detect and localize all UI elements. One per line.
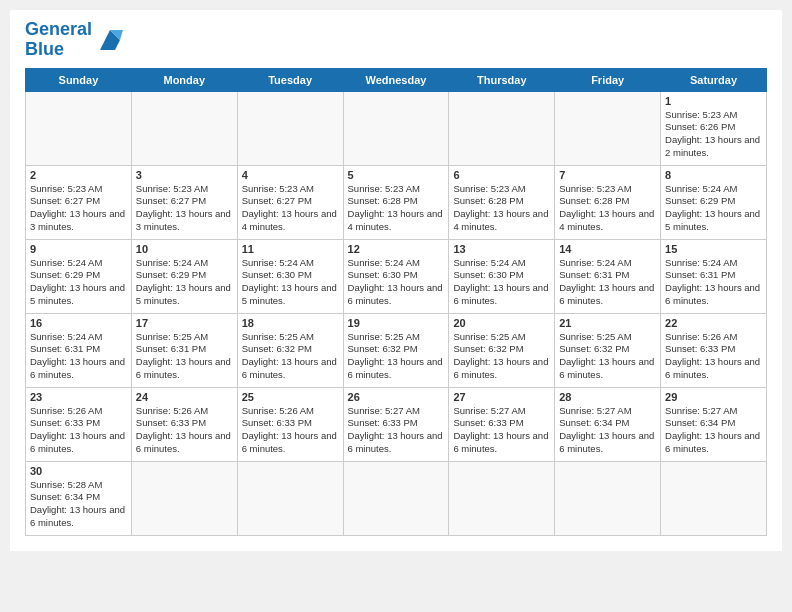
date-number: 15: [665, 243, 762, 255]
cell-info: Sunrise: 5:25 AM Sunset: 6:32 PM Dayligh…: [242, 331, 339, 382]
cal-cell-2: 2Sunrise: 5:23 AM Sunset: 6:27 PM Daylig…: [26, 165, 132, 239]
cell-info: Sunrise: 5:24 AM Sunset: 6:31 PM Dayligh…: [30, 331, 127, 382]
date-number: 12: [348, 243, 445, 255]
cell-info: Sunrise: 5:23 AM Sunset: 6:27 PM Dayligh…: [30, 183, 127, 234]
cal-cell-empty: [449, 461, 555, 535]
cal-cell-8: 8Sunrise: 5:24 AM Sunset: 6:29 PM Daylig…: [661, 165, 767, 239]
logo-icon: [95, 25, 125, 55]
cal-cell-25: 25Sunrise: 5:26 AM Sunset: 6:33 PM Dayli…: [237, 387, 343, 461]
week-row-4: 16Sunrise: 5:24 AM Sunset: 6:31 PM Dayli…: [26, 313, 767, 387]
cell-info: Sunrise: 5:24 AM Sunset: 6:31 PM Dayligh…: [559, 257, 656, 308]
cal-cell-16: 16Sunrise: 5:24 AM Sunset: 6:31 PM Dayli…: [26, 313, 132, 387]
cal-cell-29: 29Sunrise: 5:27 AM Sunset: 6:34 PM Dayli…: [661, 387, 767, 461]
date-number: 22: [665, 317, 762, 329]
date-number: 20: [453, 317, 550, 329]
header: General Blue: [25, 20, 767, 60]
date-number: 8: [665, 169, 762, 181]
cell-info: Sunrise: 5:27 AM Sunset: 6:34 PM Dayligh…: [665, 405, 762, 456]
cal-cell-13: 13Sunrise: 5:24 AM Sunset: 6:30 PM Dayli…: [449, 239, 555, 313]
cell-info: Sunrise: 5:26 AM Sunset: 6:33 PM Dayligh…: [242, 405, 339, 456]
date-number: 18: [242, 317, 339, 329]
cell-info: Sunrise: 5:26 AM Sunset: 6:33 PM Dayligh…: [665, 331, 762, 382]
date-number: 6: [453, 169, 550, 181]
date-number: 28: [559, 391, 656, 403]
week-row-6: 30Sunrise: 5:28 AM Sunset: 6:34 PM Dayli…: [26, 461, 767, 535]
logo: General Blue: [25, 20, 125, 60]
cell-info: Sunrise: 5:23 AM Sunset: 6:27 PM Dayligh…: [136, 183, 233, 234]
cal-cell-empty: [555, 461, 661, 535]
week-row-3: 9Sunrise: 5:24 AM Sunset: 6:29 PM Daylig…: [26, 239, 767, 313]
date-number: 3: [136, 169, 233, 181]
cal-cell-empty: [237, 91, 343, 165]
cal-cell-24: 24Sunrise: 5:26 AM Sunset: 6:33 PM Dayli…: [131, 387, 237, 461]
cal-cell-4: 4Sunrise: 5:23 AM Sunset: 6:27 PM Daylig…: [237, 165, 343, 239]
cell-info: Sunrise: 5:26 AM Sunset: 6:33 PM Dayligh…: [30, 405, 127, 456]
cal-cell-15: 15Sunrise: 5:24 AM Sunset: 6:31 PM Dayli…: [661, 239, 767, 313]
cal-cell-empty: [131, 91, 237, 165]
cal-cell-6: 6Sunrise: 5:23 AM Sunset: 6:28 PM Daylig…: [449, 165, 555, 239]
cal-cell-10: 10Sunrise: 5:24 AM Sunset: 6:29 PM Dayli…: [131, 239, 237, 313]
date-number: 19: [348, 317, 445, 329]
day-header-saturday: Saturday: [661, 68, 767, 91]
date-number: 7: [559, 169, 656, 181]
week-row-1: 1Sunrise: 5:23 AM Sunset: 6:26 PM Daylig…: [26, 91, 767, 165]
cal-cell-empty: [26, 91, 132, 165]
cal-cell-5: 5Sunrise: 5:23 AM Sunset: 6:28 PM Daylig…: [343, 165, 449, 239]
date-number: 4: [242, 169, 339, 181]
cell-info: Sunrise: 5:24 AM Sunset: 6:30 PM Dayligh…: [242, 257, 339, 308]
cal-cell-22: 22Sunrise: 5:26 AM Sunset: 6:33 PM Dayli…: [661, 313, 767, 387]
cal-cell-18: 18Sunrise: 5:25 AM Sunset: 6:32 PM Dayli…: [237, 313, 343, 387]
day-header-tuesday: Tuesday: [237, 68, 343, 91]
calendar-table: SundayMondayTuesdayWednesdayThursdayFrid…: [25, 68, 767, 536]
cal-cell-3: 3Sunrise: 5:23 AM Sunset: 6:27 PM Daylig…: [131, 165, 237, 239]
calendar-page: General Blue SundayMondayTuesdayWednesda…: [10, 10, 782, 551]
cell-info: Sunrise: 5:25 AM Sunset: 6:32 PM Dayligh…: [348, 331, 445, 382]
cell-info: Sunrise: 5:23 AM Sunset: 6:28 PM Dayligh…: [559, 183, 656, 234]
week-row-5: 23Sunrise: 5:26 AM Sunset: 6:33 PM Dayli…: [26, 387, 767, 461]
week-row-2: 2Sunrise: 5:23 AM Sunset: 6:27 PM Daylig…: [26, 165, 767, 239]
cell-info: Sunrise: 5:27 AM Sunset: 6:33 PM Dayligh…: [348, 405, 445, 456]
cal-cell-27: 27Sunrise: 5:27 AM Sunset: 6:33 PM Dayli…: [449, 387, 555, 461]
cell-info: Sunrise: 5:27 AM Sunset: 6:33 PM Dayligh…: [453, 405, 550, 456]
day-header-sunday: Sunday: [26, 68, 132, 91]
cal-cell-9: 9Sunrise: 5:24 AM Sunset: 6:29 PM Daylig…: [26, 239, 132, 313]
cal-cell-26: 26Sunrise: 5:27 AM Sunset: 6:33 PM Dayli…: [343, 387, 449, 461]
cell-info: Sunrise: 5:23 AM Sunset: 6:28 PM Dayligh…: [348, 183, 445, 234]
day-header-thursday: Thursday: [449, 68, 555, 91]
date-number: 5: [348, 169, 445, 181]
cell-info: Sunrise: 5:24 AM Sunset: 6:31 PM Dayligh…: [665, 257, 762, 308]
cal-cell-empty: [343, 91, 449, 165]
date-number: 26: [348, 391, 445, 403]
date-number: 27: [453, 391, 550, 403]
cell-info: Sunrise: 5:27 AM Sunset: 6:34 PM Dayligh…: [559, 405, 656, 456]
date-number: 14: [559, 243, 656, 255]
cal-cell-7: 7Sunrise: 5:23 AM Sunset: 6:28 PM Daylig…: [555, 165, 661, 239]
cell-info: Sunrise: 5:23 AM Sunset: 6:27 PM Dayligh…: [242, 183, 339, 234]
date-number: 2: [30, 169, 127, 181]
date-number: 30: [30, 465, 127, 477]
cal-cell-23: 23Sunrise: 5:26 AM Sunset: 6:33 PM Dayli…: [26, 387, 132, 461]
date-number: 10: [136, 243, 233, 255]
cal-cell-14: 14Sunrise: 5:24 AM Sunset: 6:31 PM Dayli…: [555, 239, 661, 313]
cell-info: Sunrise: 5:24 AM Sunset: 6:29 PM Dayligh…: [136, 257, 233, 308]
cal-cell-empty: [449, 91, 555, 165]
cal-cell-empty: [131, 461, 237, 535]
cal-cell-11: 11Sunrise: 5:24 AM Sunset: 6:30 PM Dayli…: [237, 239, 343, 313]
cal-cell-17: 17Sunrise: 5:25 AM Sunset: 6:31 PM Dayli…: [131, 313, 237, 387]
cal-cell-empty: [555, 91, 661, 165]
cal-cell-1: 1Sunrise: 5:23 AM Sunset: 6:26 PM Daylig…: [661, 91, 767, 165]
day-header-friday: Friday: [555, 68, 661, 91]
day-header-monday: Monday: [131, 68, 237, 91]
cal-cell-empty: [237, 461, 343, 535]
cal-cell-empty: [661, 461, 767, 535]
date-number: 23: [30, 391, 127, 403]
date-number: 24: [136, 391, 233, 403]
date-number: 16: [30, 317, 127, 329]
date-number: 21: [559, 317, 656, 329]
date-number: 29: [665, 391, 762, 403]
cell-info: Sunrise: 5:24 AM Sunset: 6:29 PM Dayligh…: [665, 183, 762, 234]
cell-info: Sunrise: 5:26 AM Sunset: 6:33 PM Dayligh…: [136, 405, 233, 456]
date-number: 11: [242, 243, 339, 255]
logo-general: General: [25, 19, 92, 39]
date-number: 17: [136, 317, 233, 329]
